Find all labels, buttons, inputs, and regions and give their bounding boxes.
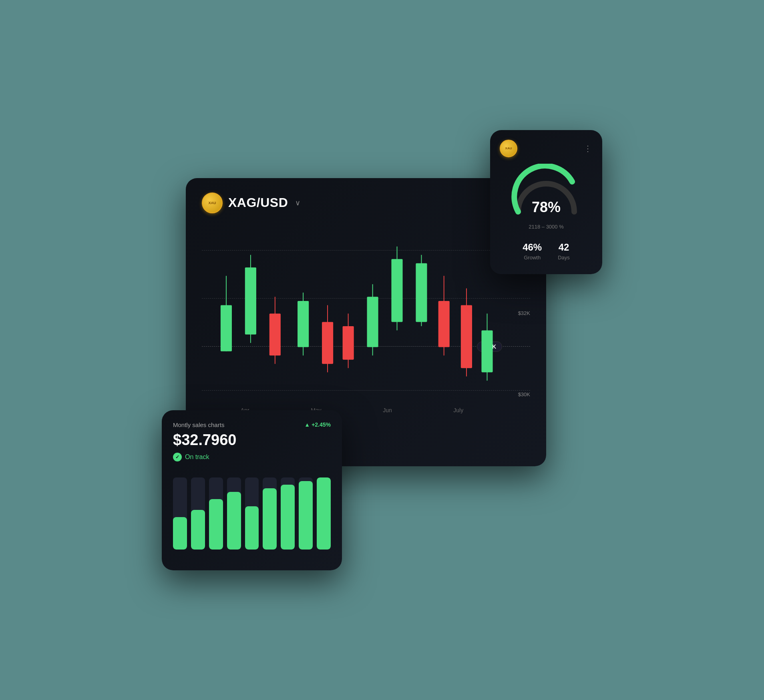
sales-change: ▲ +2.45% (304, 421, 331, 428)
growth-label: Growth (523, 255, 542, 261)
bar-fill (173, 517, 187, 550)
bar-item (263, 473, 277, 550)
pair-section: XAU XAG/USD ∨ (202, 193, 300, 213)
bar-chart (173, 469, 331, 550)
bar-fill (245, 506, 259, 550)
bar-fill (227, 492, 241, 550)
bar-item (317, 473, 331, 550)
up-arrow-icon: ▲ (304, 421, 310, 428)
sales-value: $32.7960 (173, 431, 331, 449)
scene: XAU XAG/USD ∨ 24h Volume 32.79 XAU $34K (162, 130, 602, 570)
bar-fill (317, 477, 331, 550)
bar-item (245, 473, 259, 550)
candlestick-chart (202, 221, 502, 397)
bar-track (173, 477, 187, 550)
price-label-30k: $30K (504, 391, 530, 397)
sales-card: Montly sales charts ▲ +2.45% $32.7960 ✓ … (162, 410, 342, 570)
bar-track (191, 477, 205, 550)
bar-track (245, 477, 259, 550)
bar-track (209, 477, 223, 550)
bar-item (191, 473, 205, 550)
bar-item (209, 473, 223, 550)
days-value: 42 (558, 242, 570, 253)
bar-fill (281, 485, 295, 550)
coin-badge: XAU (202, 193, 223, 213)
candlestick-container (202, 221, 502, 397)
sales-change-value: +2.45% (312, 421, 331, 428)
more-options-button[interactable]: ⋮ (584, 144, 593, 153)
svg-rect-1 (221, 305, 232, 351)
svg-rect-9 (322, 322, 333, 364)
sales-header: Montly sales charts ▲ +2.45% (173, 421, 331, 428)
chart-area: $34K (202, 221, 530, 413)
progress-coin-badge: XAU (500, 140, 517, 157)
progress-card: XAU ⋮ 78% 2118 – 3000 % 46% Growth 42 Da… (490, 130, 602, 274)
x-label-july: July (453, 407, 463, 413)
x-label-jun: Jun (383, 407, 392, 413)
bar-track (227, 477, 241, 550)
days-stat: 42 Days (558, 242, 570, 261)
gauge-container: 78% (510, 164, 582, 220)
sales-title: Montly sales charts (173, 421, 224, 428)
svg-rect-7 (298, 301, 309, 347)
svg-rect-19 (438, 301, 450, 347)
svg-rect-15 (391, 259, 402, 322)
svg-rect-11 (343, 326, 354, 359)
progress-card-header: XAU ⋮ (500, 140, 593, 157)
growth-stat: 46% Growth (523, 242, 542, 261)
gauge-range: 2118 – 3000 % (529, 224, 563, 230)
bar-item (227, 473, 241, 550)
bar-track (317, 477, 331, 550)
on-track-label: On track (185, 453, 209, 461)
svg-rect-17 (416, 263, 427, 322)
on-track-icon: ✓ (173, 453, 182, 461)
svg-rect-13 (367, 297, 378, 347)
progress-stats: 46% Growth 42 Days (523, 242, 570, 261)
card-header: XAU XAG/USD ∨ 24h Volume 32.79 XAU (202, 193, 530, 213)
bar-track (299, 477, 313, 550)
bar-fill (263, 488, 277, 550)
bar-fill (191, 510, 205, 550)
growth-value: 46% (523, 242, 542, 253)
pair-name: XAG/USD (228, 195, 288, 210)
svg-rect-3 (245, 267, 256, 335)
svg-rect-5 (269, 313, 281, 355)
gauge-percent: 78% (532, 199, 561, 216)
days-label: Days (558, 255, 570, 261)
on-track-status: ✓ On track (173, 453, 331, 461)
chevron-down-icon[interactable]: ∨ (295, 199, 300, 207)
bar-fill (209, 499, 223, 550)
bar-fill (299, 481, 313, 550)
bar-track (281, 477, 295, 550)
svg-rect-23 (481, 330, 493, 372)
bar-item (299, 473, 313, 550)
bar-item (173, 473, 187, 550)
bar-track (263, 477, 277, 550)
price-label-32k: $32K (504, 310, 530, 316)
bar-item (281, 473, 295, 550)
svg-rect-21 (461, 305, 472, 368)
